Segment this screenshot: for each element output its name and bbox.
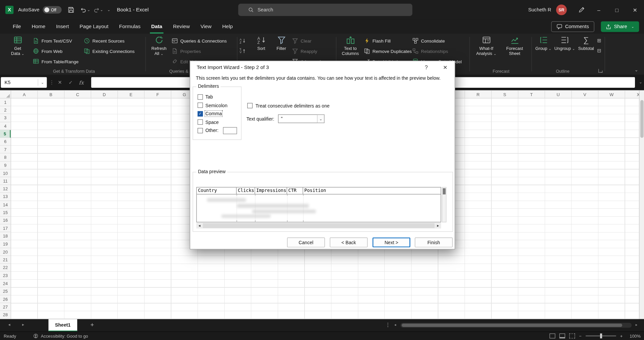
zoom-slider-knob[interactable] [600, 334, 602, 339]
column-header-u[interactable]: U [545, 90, 572, 98]
page-layout-view-icon[interactable] [559, 334, 565, 339]
horizontal-scrollbar-thumb[interactable] [402, 324, 623, 327]
redo-chevron-icon[interactable]: ⌄ [100, 8, 103, 12]
dialog-close-button[interactable]: ✕ [439, 62, 451, 73]
column-header-v[interactable]: V [572, 90, 598, 98]
select-all-corner[interactable] [0, 90, 11, 98]
next-button[interactable]: Next > [373, 237, 411, 247]
delimiter-checkbox-space[interactable] [198, 120, 203, 125]
minimize-button[interactable]: – [590, 0, 608, 20]
preview-hscroll-right-arrow-icon[interactable]: ► [435, 224, 441, 227]
menu-tab-help[interactable]: Help [217, 20, 238, 34]
zoom-percentage[interactable]: 100% [627, 334, 641, 339]
column-header-d[interactable]: D [91, 90, 118, 98]
row-header-14[interactable]: 14 [0, 201, 11, 209]
column-header-s[interactable]: S [492, 90, 519, 98]
next-sheet-arrow-icon[interactable]: ▸ [22, 322, 24, 327]
column-header-x[interactable]: X [625, 90, 639, 98]
recent-sources-button[interactable]: Recent Sources [84, 36, 135, 46]
search-input[interactable]: Search [238, 4, 412, 16]
quick-access-chevron-icon[interactable]: ⌄ [107, 8, 110, 12]
text-to-columns-button[interactable]: Text to Columns [338, 36, 362, 63]
insert-function-icon[interactable]: fx [76, 77, 86, 88]
filter-button[interactable]: Filter [272, 36, 290, 63]
from-text-csv-button[interactable]: From Text/CSV [33, 36, 78, 46]
row-header-2[interactable]: 2 [0, 106, 11, 114]
column-header-f[interactable]: F [145, 90, 171, 98]
row-header-12[interactable]: 12 [0, 185, 11, 193]
row-header-13[interactable]: 13 [0, 193, 11, 201]
zoom-slider[interactable] [586, 336, 616, 336]
new-sheet-button[interactable]: + [90, 321, 94, 328]
other-delimiter-input[interactable] [223, 127, 237, 134]
sheet-tab-sheet1[interactable]: Sheet1 [48, 319, 77, 332]
zoom-in-button[interactable]: + [620, 334, 623, 339]
refresh-all-button[interactable]: Refresh All⌄ [149, 36, 169, 63]
row-header-25[interactable]: 25 [0, 287, 11, 295]
text-qualifier-select[interactable]: " ⌄ [278, 115, 324, 123]
flash-fill-button[interactable]: Flash Fill [364, 36, 412, 46]
dialog-help-button[interactable]: ? [421, 62, 432, 73]
user-avatar[interactable]: SR [556, 4, 567, 15]
menu-tab-home[interactable]: Home [26, 20, 51, 34]
vertical-scrollbar[interactable] [639, 90, 644, 319]
preview-hscroll-left-arrow-icon[interactable]: ◄ [196, 224, 202, 227]
existing-connections-button[interactable]: Existing Connections [84, 46, 135, 56]
row-header-8[interactable]: 8 [0, 153, 11, 161]
menu-tab-insert[interactable]: Insert [51, 20, 74, 34]
ink-pen-icon[interactable] [573, 4, 590, 16]
dialog-title-bar[interactable]: Text Import Wizard - Step 2 of 3 [190, 61, 455, 73]
delimiter-checkbox-semicolon[interactable] [198, 103, 203, 108]
column-header-r[interactable]: R [465, 90, 492, 98]
row-header-28[interactable]: 28 [0, 311, 11, 319]
user-name[interactable]: Sucheth R [528, 7, 551, 13]
row-header-15[interactable]: 15 [0, 209, 11, 217]
cancel-button[interactable]: Cancel [287, 237, 325, 247]
treat-consecutive-row[interactable]: Treat consecutive delimiters as one [247, 103, 329, 108]
save-icon[interactable] [65, 4, 77, 16]
row-header-23[interactable]: 23 [0, 272, 11, 280]
menu-tab-file[interactable]: File [7, 20, 26, 34]
preview-vscroll-thumb[interactable] [443, 188, 446, 194]
column-header-t[interactable]: T [518, 90, 545, 98]
preview-vertical-scrollbar[interactable] [442, 187, 446, 222]
excel-logo-icon[interactable]: X [5, 6, 13, 14]
accessibility-status[interactable]: Accessibility: Good to go [34, 334, 88, 339]
close-button[interactable]: ✕ [626, 0, 644, 20]
sheet-options-icon[interactable]: ⋮ [385, 322, 391, 328]
from-web-button[interactable]: From Web [33, 46, 78, 56]
column-header-c[interactable]: C [64, 90, 91, 98]
ungroup-button[interactable]: Ungroup⌄ [554, 36, 576, 63]
back-button[interactable]: < Back [330, 237, 368, 247]
horizontal-scrollbar[interactable] [400, 323, 632, 328]
menu-tab-page-layout[interactable]: Page Layout [74, 20, 114, 34]
preview-horizontal-scrollbar[interactable]: ◄ ► [196, 223, 441, 228]
delimiter-checkbox-tab[interactable] [198, 94, 203, 99]
row-header-7[interactable]: 7 [0, 146, 11, 154]
column-header-b[interactable]: B [38, 90, 65, 98]
vertical-scrollbar-thumb[interactable] [640, 100, 644, 138]
column-header-w[interactable]: W [598, 90, 625, 98]
row-header-9[interactable]: 9 [0, 161, 11, 169]
hscroll-left-arrow-icon[interactable]: ◂ [394, 323, 396, 327]
menu-tab-formulas[interactable]: Formulas [114, 20, 146, 34]
normal-view-icon[interactable] [549, 334, 555, 339]
get-data-button[interactable]: Get Data⌄ [7, 36, 29, 63]
row-header-11[interactable]: 11 [0, 177, 11, 185]
delimiter-row-other[interactable]: Other: [198, 126, 239, 135]
prev-sheet-arrow-icon[interactable]: ◂ [8, 322, 10, 327]
name-box[interactable]: K5 ⌄ [1, 77, 47, 88]
undo-chevron-icon[interactable]: ⌄ [87, 8, 90, 12]
column-header-e[interactable]: E [118, 90, 145, 98]
delimiter-checkbox-comma[interactable]: ✓ [198, 111, 203, 117]
row-header-3[interactable]: 3 [0, 114, 11, 122]
group-button[interactable]: Group⌄ [534, 36, 553, 63]
expand-formula-bar-chevron-icon[interactable]: ⌄ [639, 80, 642, 84]
delimiter-row-space[interactable]: Space [198, 118, 239, 126]
consolidate-button[interactable]: Consolidate [412, 36, 462, 46]
menu-tab-data[interactable]: Data [146, 20, 168, 34]
maximize-button[interactable]: □ [608, 0, 626, 20]
row-header-19[interactable]: 19 [0, 240, 11, 248]
row-header-1[interactable]: 1 [0, 98, 11, 107]
row-header-16[interactable]: 16 [0, 217, 11, 225]
